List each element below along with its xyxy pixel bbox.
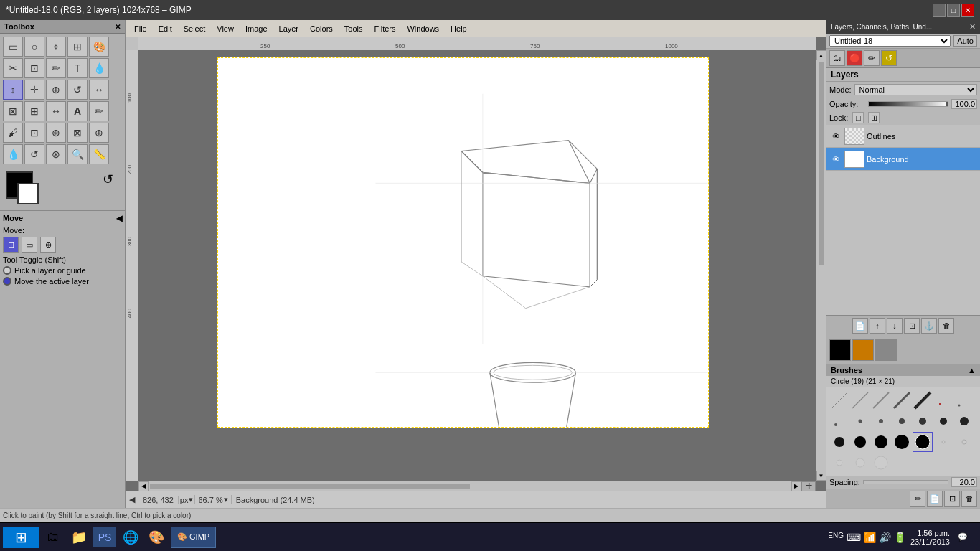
tool-scale[interactable]: ↔ bbox=[89, 80, 109, 100]
brush-item-5[interactable] bbox=[913, 390, 933, 410]
right-panel-close-button[interactable]: ✕ bbox=[969, 22, 976, 32]
spacing-slider[interactable] bbox=[863, 480, 948, 484]
menu-windows[interactable]: Windows bbox=[401, 23, 445, 34]
tool-paths[interactable]: ✏ bbox=[46, 58, 66, 78]
tool-dodge[interactable]: ⊛ bbox=[46, 144, 66, 164]
move-path-icon[interactable]: ⊛ bbox=[40, 237, 56, 253]
tool-shear[interactable]: ⊠ bbox=[3, 101, 23, 121]
panel-icon-paths[interactable]: ✏ bbox=[864, 50, 880, 66]
tool-text2[interactable]: A bbox=[67, 101, 88, 121]
brush-item-23[interactable] bbox=[871, 453, 891, 473]
brush-item-16[interactable] bbox=[850, 432, 870, 452]
menu-help[interactable]: Help bbox=[445, 23, 473, 34]
brush-item-7[interactable] bbox=[954, 390, 974, 410]
menu-tools[interactable]: Tools bbox=[339, 23, 369, 34]
brush-item-10[interactable] bbox=[871, 411, 891, 431]
tool-pencil[interactable]: ✏ bbox=[89, 101, 109, 121]
tool-rotate[interactable]: ↺ bbox=[67, 80, 88, 100]
auto-button[interactable]: Auto bbox=[953, 35, 977, 47]
menu-layer[interactable]: Layer bbox=[273, 23, 305, 34]
taskbar-powershell-icon[interactable]: PS bbox=[93, 527, 116, 547]
color-black-swatch[interactable] bbox=[829, 339, 851, 361]
move-layer-icon[interactable]: ⊞ bbox=[3, 237, 19, 253]
horizontal-scrollbar[interactable]: ◀ ▶ ✛ bbox=[138, 481, 816, 491]
layer-item-outlines[interactable]: 👁 Outlines bbox=[826, 125, 980, 148]
network-icon[interactable]: 📶 bbox=[864, 532, 876, 543]
tool-heal[interactable]: 💧 bbox=[3, 144, 23, 164]
brush-item-1[interactable] bbox=[829, 390, 849, 410]
brush-item-9[interactable] bbox=[850, 411, 870, 431]
tool-crop[interactable]: ⊕ bbox=[46, 80, 66, 100]
taskbar-app-gimp[interactable]: 🎨 GIMP bbox=[171, 527, 216, 548]
tool-foreground[interactable]: ⊡ bbox=[24, 58, 44, 78]
brush-item-19[interactable] bbox=[933, 432, 953, 452]
opacity-slider[interactable] bbox=[868, 101, 948, 107]
color-orange-swatch[interactable] bbox=[852, 339, 874, 361]
scroll-up-button[interactable]: ▲ bbox=[816, 50, 826, 60]
zoom-dropdown-icon[interactable]: ▾ bbox=[224, 495, 228, 504]
notification-button[interactable]: 💬 bbox=[954, 529, 971, 546]
brush-item-selected[interactable] bbox=[913, 432, 933, 452]
edit-brush-button[interactable]: ✏ bbox=[910, 491, 925, 507]
menu-colors[interactable]: Colors bbox=[304, 23, 339, 34]
anchor-layer-button[interactable]: ⚓ bbox=[921, 318, 937, 334]
layers-tab[interactable]: Layers bbox=[826, 68, 980, 82]
lang-indicator[interactable]: ENG bbox=[828, 532, 844, 543]
tool-free-select[interactable]: ⌖ bbox=[46, 37, 66, 57]
tool-scissors[interactable]: ✂ bbox=[3, 58, 23, 78]
background-color-swatch[interactable] bbox=[17, 183, 39, 204]
tool-rect-select[interactable]: ▭ bbox=[3, 37, 23, 57]
tool-move[interactable]: ↕ bbox=[3, 80, 23, 100]
spacing-value[interactable]: 20.0 bbox=[951, 477, 977, 487]
toolbox-close-button[interactable]: ✕ bbox=[115, 23, 121, 31]
tool-colorpicker[interactable]: 💧 bbox=[89, 58, 109, 78]
tool-text[interactable]: T bbox=[67, 58, 88, 78]
move-selection-icon[interactable]: ▭ bbox=[22, 237, 37, 253]
tool-align[interactable]: ✛ bbox=[24, 80, 44, 100]
panel-icon-channels[interactable]: 🔴 bbox=[847, 50, 862, 66]
menu-filters[interactable]: Filters bbox=[369, 23, 402, 34]
canvas-scroll-area[interactable] bbox=[138, 50, 816, 481]
close-button[interactable]: ✕ bbox=[961, 4, 974, 17]
taskbar-folder-icon[interactable]: 📁 bbox=[67, 526, 90, 549]
brush-item-17[interactable] bbox=[871, 432, 891, 452]
brush-item-12[interactable] bbox=[913, 411, 933, 431]
scroll-left-button[interactable]: ◀ bbox=[138, 481, 149, 491]
units-dropdown-icon[interactable]: ▾ bbox=[189, 495, 193, 504]
brush-item-3[interactable] bbox=[871, 390, 891, 410]
delete-layer-button[interactable]: 🗑 bbox=[938, 318, 954, 334]
vertical-scrollbar[interactable]: ▲ ▼ bbox=[816, 50, 826, 481]
scroll-vertical-thumb[interactable] bbox=[819, 62, 824, 265]
brush-item-11[interactable] bbox=[892, 411, 912, 431]
tool-options-collapse[interactable]: ◀ bbox=[116, 214, 122, 223]
brush-item-13[interactable] bbox=[933, 411, 953, 431]
tool-smudge[interactable]: ↺ bbox=[24, 144, 44, 164]
layer-mode-select[interactable]: Normal bbox=[854, 84, 977, 95]
tool-flip[interactable]: ↔ bbox=[46, 101, 66, 121]
scroll-horizontal-thumb[interactable] bbox=[150, 484, 470, 489]
panel-icon-undo[interactable]: ↺ bbox=[881, 50, 897, 66]
menu-select[interactable]: Select bbox=[178, 23, 212, 34]
taskbar-gimp-icon[interactable]: 🎨 bbox=[145, 526, 168, 549]
keyboard-icon[interactable]: ⌨ bbox=[847, 532, 861, 543]
duplicate-brush-button[interactable]: ⊡ bbox=[944, 491, 960, 507]
delete-brush-button[interactable]: 🗑 bbox=[961, 491, 977, 507]
new-brush-button[interactable]: 📄 bbox=[927, 491, 943, 507]
pan-button[interactable]: ✛ bbox=[801, 481, 816, 491]
brush-item-6[interactable] bbox=[933, 390, 953, 410]
scroll-right-button[interactable]: ▶ bbox=[791, 481, 801, 491]
volume-icon[interactable]: 🔊 bbox=[879, 532, 891, 543]
swap-colors-icon[interactable]: ↺ bbox=[103, 171, 113, 187]
lock-pixels-button[interactable]: □ bbox=[852, 112, 864, 123]
menu-view[interactable]: View bbox=[211, 23, 240, 34]
layer-item-background[interactable]: 👁 Background bbox=[826, 148, 980, 171]
radio-move-active[interactable] bbox=[3, 277, 11, 286]
battery-icon[interactable]: 🔋 bbox=[894, 532, 906, 543]
tool-ellipse-select[interactable]: ○ bbox=[24, 37, 44, 57]
maximize-button[interactable]: □ bbox=[947, 4, 960, 17]
brush-item-4[interactable] bbox=[892, 390, 912, 410]
canvas-image[interactable] bbox=[217, 57, 709, 428]
menu-image[interactable]: Image bbox=[240, 23, 273, 34]
tool-by-color[interactable]: 🎨 bbox=[89, 37, 109, 57]
lower-layer-button[interactable]: ↓ bbox=[887, 318, 903, 334]
